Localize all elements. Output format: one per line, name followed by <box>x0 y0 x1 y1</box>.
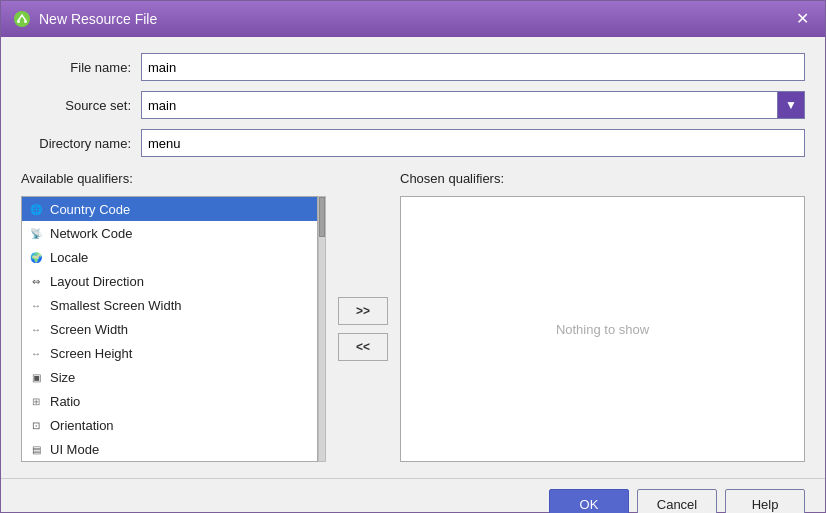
orientation-icon: ⊡ <box>28 417 44 433</box>
list-with-scrollbar: 🌐Country Code📡Network Code🌍Locale⇔Layout… <box>21 196 326 462</box>
list-item[interactable]: ↔Screen Width <box>22 317 317 341</box>
available-header: Available qualifiers: <box>21 171 326 186</box>
list-item[interactable]: ▤UI Mode <box>22 437 317 461</box>
list-item-label: Locale <box>50 250 88 265</box>
app-icon <box>13 10 31 28</box>
file-name-label: File name: <box>21 60 131 75</box>
list-item-label: Country Code <box>50 202 130 217</box>
title-bar-left: New Resource File <box>13 10 157 28</box>
svg-point-1 <box>17 20 20 23</box>
size-icon: ▣ <box>28 369 44 385</box>
source-set-input[interactable] <box>141 91 777 119</box>
list-item[interactable]: 📡Network Code <box>22 221 317 245</box>
qualifiers-area: 🌐Country Code📡Network Code🌍Locale⇔Layout… <box>21 196 805 462</box>
list-item[interactable]: ▣Size <box>22 365 317 389</box>
list-item[interactable]: 🌐Country Code <box>22 197 317 221</box>
screen-icon: ↔ <box>28 345 44 361</box>
list-item[interactable]: ↔Screen Height <box>22 341 317 365</box>
list-item[interactable]: ⊡Orientation <box>22 413 317 437</box>
source-set-control: ▼ <box>141 91 805 119</box>
help-button[interactable]: Help <box>725 489 805 513</box>
directory-name-input[interactable] <box>141 129 805 157</box>
list-item-label: UI Mode <box>50 442 99 457</box>
directory-name-label: Directory name: <box>21 136 131 151</box>
dialog-title: New Resource File <box>39 11 157 27</box>
chosen-panel: Nothing to show <box>400 196 805 462</box>
middle-spacer <box>326 171 400 186</box>
layout-icon: ⇔ <box>28 273 44 289</box>
list-item[interactable]: ↔Smallest Screen Width <box>22 293 317 317</box>
locale-icon: 🌍 <box>28 249 44 265</box>
scrollbar-track[interactable] <box>318 196 326 462</box>
list-item-label: Screen Height <box>50 346 132 361</box>
uimode-icon: ▤ <box>28 441 44 457</box>
list-item[interactable]: ⇔Layout Direction <box>22 269 317 293</box>
close-button[interactable]: ✕ <box>792 11 813 27</box>
dialog-footer: OK Cancel Help <box>1 478 825 513</box>
list-item[interactable]: 🌍Locale <box>22 245 317 269</box>
new-resource-file-dialog: New Resource File ✕ File name: Source se… <box>0 0 826 513</box>
move-forward-button[interactable]: >> <box>338 297 388 325</box>
middle-buttons-area: >> << <box>326 196 400 462</box>
chosen-empty-text: Nothing to show <box>556 322 649 337</box>
file-name-input[interactable] <box>141 53 805 81</box>
ok-button[interactable]: OK <box>549 489 629 513</box>
directory-name-row: Directory name: <box>21 129 805 157</box>
available-list[interactable]: 🌐Country Code📡Network Code🌍Locale⇔Layout… <box>21 196 318 462</box>
list-item-label: Ratio <box>50 394 80 409</box>
title-bar: New Resource File ✕ <box>1 1 825 37</box>
list-item-label: Smallest Screen Width <box>50 298 182 313</box>
chosen-qualifiers-box: Nothing to show <box>400 196 805 462</box>
chosen-qualifiers-label: Chosen qualifiers: <box>400 171 504 186</box>
svg-point-2 <box>24 20 27 23</box>
list-item-label: Size <box>50 370 75 385</box>
available-qualifiers-label: Available qualifiers: <box>21 171 133 186</box>
dialog-body: File name: Source set: ▼ Directory name:… <box>1 37 825 478</box>
cancel-button[interactable]: Cancel <box>637 489 717 513</box>
screen-icon: ↔ <box>28 321 44 337</box>
svg-point-0 <box>14 11 30 27</box>
screen-icon: ↔ <box>28 297 44 313</box>
qualifiers-header-row: Available qualifiers: Chosen qualifiers: <box>21 171 805 186</box>
file-name-row: File name: <box>21 53 805 81</box>
available-panel: 🌐Country Code📡Network Code🌍Locale⇔Layout… <box>21 196 326 462</box>
scrollbar-thumb[interactable] <box>319 197 325 237</box>
list-item-label: Screen Width <box>50 322 128 337</box>
list-item-label: Network Code <box>50 226 132 241</box>
country-icon: 🌐 <box>28 201 44 217</box>
network-icon: 📡 <box>28 225 44 241</box>
source-set-dropdown-button[interactable]: ▼ <box>777 91 805 119</box>
source-set-row: Source set: ▼ <box>21 91 805 119</box>
list-item-label: Layout Direction <box>50 274 144 289</box>
source-set-label: Source set: <box>21 98 131 113</box>
ratio-icon: ⊞ <box>28 393 44 409</box>
chosen-header: Chosen qualifiers: <box>400 171 805 186</box>
list-item-label: Orientation <box>50 418 114 433</box>
list-item[interactable]: ⊞Ratio <box>22 389 317 413</box>
move-backward-button[interactable]: << <box>338 333 388 361</box>
